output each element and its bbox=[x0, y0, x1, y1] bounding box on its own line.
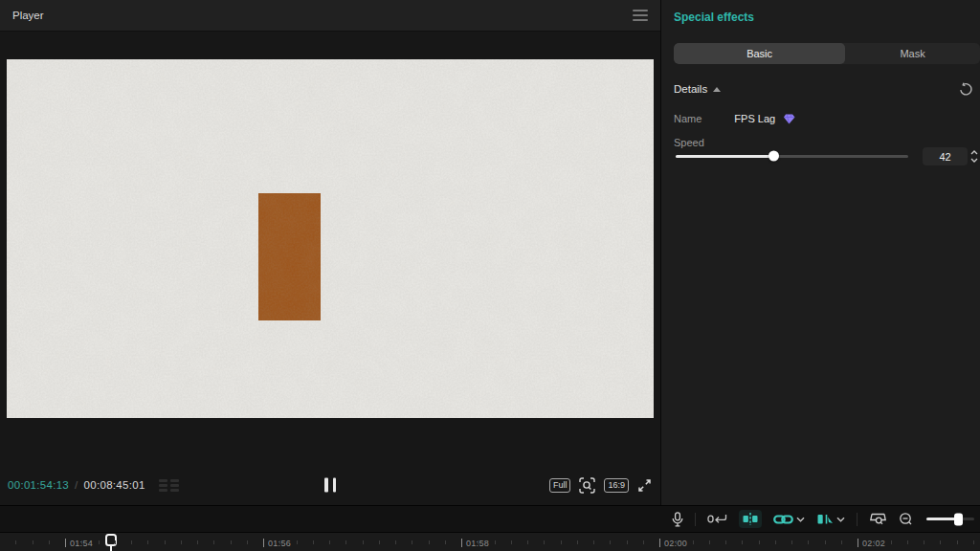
stepper-icon[interactable] bbox=[969, 148, 979, 168]
zoom-slider-handle[interactable] bbox=[954, 513, 963, 525]
speed-slider-handle[interactable] bbox=[768, 151, 779, 162]
link-clips-icon bbox=[773, 514, 793, 525]
mirror-select-control[interactable] bbox=[816, 513, 845, 526]
ruler-tick bbox=[874, 540, 875, 544]
details-section-header: Details bbox=[674, 82, 972, 96]
ruler-tick bbox=[610, 540, 611, 544]
mirror-select-icon bbox=[816, 513, 834, 526]
ruler-tick bbox=[643, 540, 644, 544]
ruler-tick bbox=[33, 540, 33, 544]
player-panel: Player 00:01:54:13 / bbox=[0, 0, 660, 505]
ruler-tick bbox=[231, 540, 232, 544]
speed-value-input[interactable]: 42 bbox=[923, 147, 968, 165]
link-clips-control[interactable] bbox=[773, 514, 805, 525]
ruler-tick bbox=[297, 540, 298, 544]
ruler-tick bbox=[247, 540, 248, 544]
ruler-tick bbox=[181, 540, 182, 544]
ruler-tick bbox=[676, 540, 677, 544]
tab-basic[interactable]: Basic bbox=[674, 43, 845, 64]
player-controls: 00:01:54:13 / 00:08:45:01 Full 16:9 bbox=[0, 471, 660, 499]
ruler-tick bbox=[791, 540, 792, 544]
ruler-tick bbox=[81, 540, 82, 544]
pro-gem-icon bbox=[783, 114, 795, 124]
timeline-toolbar bbox=[0, 505, 980, 532]
ruler-tick bbox=[659, 539, 660, 547]
ruler-tick bbox=[445, 540, 446, 544]
fullscreen-icon[interactable] bbox=[637, 478, 652, 493]
effect-name-value: FPS Lag bbox=[734, 113, 775, 124]
details-collapse-toggle[interactable]: Details bbox=[674, 83, 721, 95]
ruler-tick bbox=[15, 540, 16, 544]
paper-texture bbox=[7, 59, 654, 418]
pause-button[interactable] bbox=[324, 478, 336, 493]
chevron-down-icon bbox=[796, 517, 805, 522]
ruler-tick bbox=[197, 540, 198, 544]
chevron-down-icon bbox=[836, 517, 845, 522]
ruler-tick bbox=[412, 540, 412, 544]
ruler-tick bbox=[65, 539, 66, 547]
toolbar-divider bbox=[857, 513, 858, 526]
aspect-ratio-button[interactable]: 16:9 bbox=[604, 478, 629, 493]
ruler-tick bbox=[115, 540, 116, 544]
ruler-tick bbox=[825, 540, 826, 544]
speed-label: Speed bbox=[674, 137, 704, 148]
collapse-caret-icon bbox=[713, 87, 721, 92]
toolbar-right-group bbox=[660, 506, 980, 532]
player-header: Player bbox=[0, 0, 660, 32]
timeline-ruler[interactable]: 01:5401:5601:5802:0002:02 bbox=[0, 532, 980, 551]
microphone-icon[interactable] bbox=[672, 512, 683, 527]
playhead-stem bbox=[110, 545, 112, 551]
ruler-tick bbox=[345, 540, 346, 544]
ruler-tick bbox=[511, 540, 512, 544]
ruler-tick bbox=[891, 540, 892, 544]
ruler-tick bbox=[165, 540, 166, 544]
zoom-slider[interactable] bbox=[926, 518, 974, 520]
fit-timeline-icon[interactable] bbox=[869, 512, 887, 526]
ruler-tick bbox=[213, 540, 214, 544]
ruler-tick bbox=[379, 540, 380, 544]
zoom-fit-icon[interactable] bbox=[579, 477, 595, 494]
ruler-tick bbox=[429, 540, 430, 544]
hamburger-menu-icon[interactable] bbox=[633, 10, 648, 21]
seek-start-icon[interactable] bbox=[707, 513, 727, 525]
ruler-tick bbox=[49, 540, 50, 544]
details-label: Details bbox=[674, 83, 707, 95]
reset-icon[interactable] bbox=[959, 82, 972, 96]
full-view-button[interactable]: Full bbox=[549, 478, 571, 493]
ruler-tick bbox=[131, 540, 132, 544]
clip-rectangle[interactable] bbox=[258, 193, 321, 320]
toolbar-divider bbox=[695, 513, 696, 526]
ruler-tick bbox=[395, 540, 396, 544]
effects-tabs: Basic Mask bbox=[674, 43, 980, 64]
ruler-tick bbox=[544, 540, 545, 544]
timecode-separator: / bbox=[75, 479, 78, 491]
ruler-tick bbox=[775, 540, 776, 544]
ruler-tick bbox=[593, 540, 594, 544]
frames-icon bbox=[159, 479, 179, 492]
ruler-tick bbox=[263, 539, 264, 547]
name-label: Name bbox=[674, 113, 702, 124]
ruler-tick bbox=[759, 540, 760, 544]
ruler-tick bbox=[577, 540, 578, 544]
current-timecode: 00:01:54:13 bbox=[8, 479, 69, 491]
ruler-tick bbox=[329, 540, 330, 544]
ruler-tick bbox=[527, 540, 528, 544]
ruler-tick bbox=[627, 540, 628, 544]
speed-slider[interactable] bbox=[676, 155, 908, 158]
panel-title: Special effects bbox=[674, 11, 754, 24]
preview-axis-icon[interactable] bbox=[739, 510, 762, 528]
video-canvas[interactable] bbox=[7, 59, 654, 418]
zoom-out-icon[interactable] bbox=[899, 512, 913, 526]
ruler-tick bbox=[561, 540, 562, 544]
tab-mask[interactable]: Mask bbox=[845, 43, 980, 64]
ruler-tick bbox=[478, 540, 479, 544]
ruler-tick bbox=[363, 540, 364, 544]
ruler-tick bbox=[693, 540, 694, 544]
ruler-tick bbox=[99, 540, 100, 544]
player-panel-title: Player bbox=[12, 10, 44, 21]
ruler-tick bbox=[808, 540, 809, 544]
ruler-tick bbox=[907, 540, 908, 544]
ruler-tick bbox=[841, 540, 842, 544]
ruler-tick bbox=[709, 540, 710, 544]
special-effects-panel: Special effects Basic Mask Details Name … bbox=[660, 0, 980, 505]
